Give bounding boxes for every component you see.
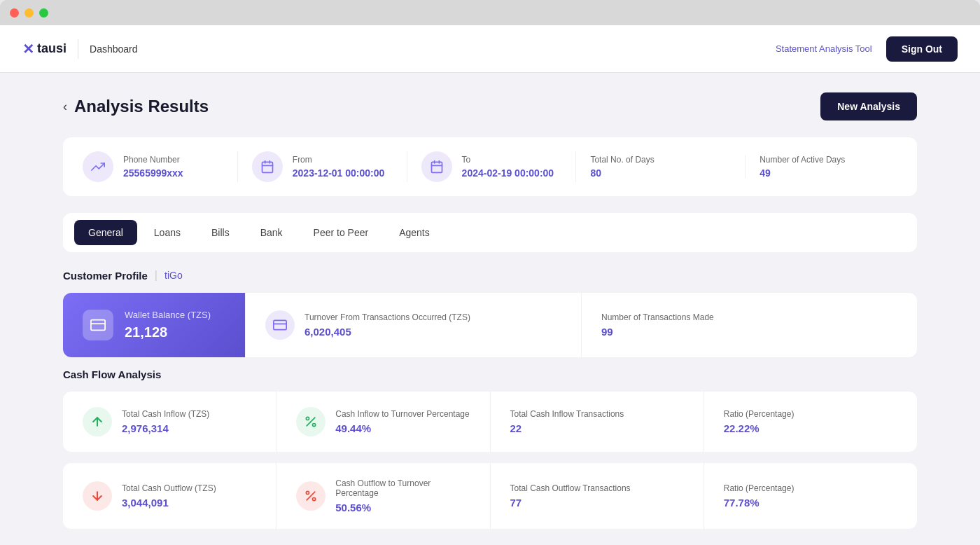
- inflow-pct-label: Cash Inflow to Turnover Percentage: [335, 409, 469, 419]
- page-title: Analysis Results: [74, 97, 209, 116]
- outflow-ratio-content: Ratio (Percentage) 77.78%: [724, 483, 794, 509]
- customer-profile-header: Customer Profile | tiGo: [63, 269, 917, 282]
- outflow-ratio-value: 77.78%: [724, 497, 794, 509]
- logo: ✕ tausi: [22, 41, 66, 57]
- inflow-percent-icon: [296, 407, 326, 436]
- outflow-label: Total Cash Outflow (TZS): [122, 483, 216, 493]
- turnover-cell: Turnover From Transactions Occurred (TZS…: [245, 293, 581, 357]
- outflow-pct-label: Cash Outflow to Turnover Percentage: [335, 478, 470, 498]
- turnover-value: 6,020,405: [304, 326, 470, 338]
- outflow-pct-content: Cash Outflow to Turnover Percentage 50.5…: [335, 478, 470, 513]
- summary-to-label: To: [462, 155, 554, 165]
- tab-bills[interactable]: Bills: [197, 220, 244, 245]
- svg-point-18: [307, 491, 309, 494]
- turnover-icon: [265, 310, 295, 340]
- summary-to-content: To 2024-02-19 00:00:00: [462, 155, 554, 179]
- outflow-tx-value: 77: [510, 497, 631, 509]
- svg-point-15: [313, 424, 316, 427]
- calendar-to-icon: [421, 151, 452, 182]
- new-analysis-button[interactable]: New Analysis: [820, 92, 917, 120]
- inflow-tx-cell: Total Cash Inflow Transactions 22: [491, 392, 704, 452]
- outflow-ratio-cell: Ratio (Percentage) 77.78%: [704, 463, 917, 529]
- outflow-content: Total Cash Outflow (TZS) 3,044,091: [122, 483, 216, 509]
- svg-rect-10: [274, 320, 286, 329]
- turnover-content: Turnover From Transactions Occurred (TZS…: [304, 312, 470, 338]
- outflow-pct-value: 50.56%: [335, 502, 470, 513]
- summary-from-value: 2023-12-01 00:00:00: [293, 167, 385, 179]
- cash-outflow-row: Total Cash Outflow (TZS) 3,044,091 Cash …: [63, 463, 917, 529]
- tabs-container: General Loans Bills Bank Peer to Peer Ag…: [63, 213, 917, 252]
- app-container: ✕ tausi Dashboard Statement Analysis Too…: [0, 25, 980, 545]
- summary-active-days-label: Number of Active Days: [760, 155, 845, 165]
- calendar-from-icon: [252, 151, 283, 182]
- summary-total-days: Total No. of Days 80: [590, 155, 746, 179]
- svg-line-13: [307, 418, 315, 426]
- summary-phone: Phone Number 25565999xxx: [83, 151, 238, 182]
- inflow-tx-content: Total Cash Inflow Transactions 22: [510, 409, 624, 434]
- wallet-balance-card: Wallet Balance (TZS) 21,128: [63, 293, 245, 357]
- tab-bank[interactable]: Bank: [246, 220, 297, 245]
- tab-agents[interactable]: Agents: [385, 220, 444, 245]
- summary-active-days-content: Number of Active Days 49: [760, 155, 845, 179]
- nav-left: ✕ tausi Dashboard: [22, 39, 138, 59]
- transactions-cell: Number of Transactions Made 99: [581, 293, 917, 357]
- summary-active-days-value: 49: [760, 167, 845, 179]
- svg-rect-8: [91, 320, 105, 331]
- outflow-ratio-label: Ratio (Percentage): [724, 483, 794, 493]
- summary-phone-content: Phone Number 25565999xxx: [123, 155, 183, 179]
- page-header: ‹ Analysis Results New Analysis: [63, 92, 917, 120]
- customer-profile-subtitle: tiGo: [164, 270, 183, 281]
- back-arrow-icon[interactable]: ‹: [63, 99, 67, 114]
- transactions-value: 99: [601, 326, 714, 338]
- tab-general[interactable]: General: [74, 220, 137, 245]
- cashflow-section-title: Cash Flow Analysis: [63, 368, 917, 380]
- maximize-button[interactable]: [39, 8, 48, 18]
- top-nav: ✕ tausi Dashboard Statement Analysis Too…: [0, 25, 980, 73]
- wallet-value: 21,128: [125, 324, 211, 340]
- minimize-button[interactable]: [24, 8, 34, 18]
- inflow-content: Total Cash Inflow (TZS) 2,976,314: [122, 409, 209, 434]
- logo-x-icon: ✕: [22, 41, 34, 57]
- nav-divider: [78, 39, 78, 59]
- inflow-ratio-cell: Ratio (Percentage) 22.22%: [704, 392, 917, 452]
- outflow-tx-label: Total Cash Outflow Transactions: [510, 483, 631, 493]
- summary-card: Phone Number 25565999xxx From 2023-12-01…: [63, 137, 917, 196]
- inflow-pct-content: Cash Inflow to Turnover Percentage 49.44…: [335, 409, 469, 434]
- summary-to-value: 2024-02-19 00:00:00: [462, 167, 554, 179]
- total-cash-outflow-cell: Total Cash Outflow (TZS) 3,044,091: [63, 463, 276, 529]
- summary-active-days: Number of Active Days 49: [760, 155, 897, 179]
- tab-peer-to-peer[interactable]: Peer to Peer: [300, 220, 383, 245]
- svg-point-19: [313, 498, 316, 501]
- inflow-pct-cell: Cash Inflow to Turnover Percentage 49.44…: [276, 392, 490, 452]
- summary-from-label: From: [293, 155, 385, 165]
- outflow-pct-cell: Cash Outflow to Turnover Percentage 50.5…: [276, 463, 490, 529]
- page-title-area: ‹ Analysis Results: [63, 97, 209, 116]
- outflow-down-icon: [83, 481, 112, 511]
- inflow-tx-value: 22: [510, 422, 624, 434]
- svg-line-17: [307, 492, 315, 500]
- summary-from: From 2023-12-01 00:00:00: [252, 151, 407, 182]
- statement-analysis-tool-link[interactable]: Statement Analysis Tool: [776, 43, 872, 54]
- transactions-label: Number of Transactions Made: [601, 312, 714, 322]
- inflow-ratio-label: Ratio (Percentage): [724, 409, 794, 419]
- inflow-ratio-content: Ratio (Percentage) 22.22%: [724, 409, 794, 434]
- inflow-value: 2,976,314: [122, 422, 209, 434]
- logo-text: tausi: [37, 41, 66, 56]
- svg-rect-4: [431, 162, 442, 172]
- tab-loans[interactable]: Loans: [140, 220, 195, 245]
- inflow-up-icon: [83, 407, 112, 436]
- customer-profile-title: Customer Profile: [63, 270, 148, 282]
- inflow-label: Total Cash Inflow (TZS): [122, 409, 209, 419]
- close-button[interactable]: [10, 8, 19, 18]
- outflow-percent-icon: [296, 481, 326, 511]
- outflow-tx-cell: Total Cash Outflow Transactions 77: [491, 463, 704, 529]
- summary-phone-value: 25565999xxx: [123, 167, 183, 179]
- section-divider: |: [155, 269, 158, 282]
- total-cash-inflow-cell: Total Cash Inflow (TZS) 2,976,314: [63, 392, 276, 452]
- sign-out-button[interactable]: Sign Out: [886, 36, 958, 62]
- summary-to: To 2024-02-19 00:00:00: [421, 151, 577, 182]
- summary-total-days-value: 80: [590, 167, 654, 179]
- wallet-icon: [83, 310, 113, 340]
- phone-icon: [83, 151, 113, 182]
- window-chrome: [0, 0, 980, 25]
